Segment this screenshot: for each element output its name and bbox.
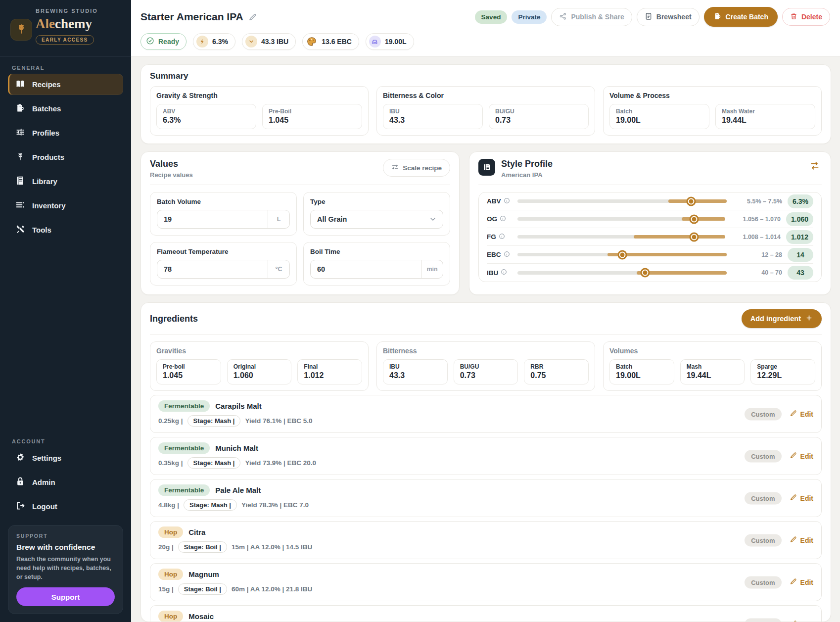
sidebar-item-products[interactable]: Products [8,146,123,168]
page-title: Starter American IPA [140,11,243,23]
brand-name-rest: chemy [55,16,92,31]
slider-handle[interactable] [641,268,650,278]
edit-ingredient-button[interactable]: Edit [790,452,813,461]
field-label: Boil Time [310,248,443,255]
batch-volume-input[interactable] [157,210,268,228]
sidebar-item-logout[interactable]: Logout [8,496,123,517]
slider-track[interactable] [517,217,725,221]
info-icon[interactable] [504,251,510,259]
slider-track[interactable] [517,235,725,239]
create-batch-label: Create Batch [726,13,768,21]
stat-value: 43.3 [389,116,476,125]
scale-recipe-button[interactable]: Scale recipe [383,159,450,177]
slider-range: 1.008 – 1.014 [729,234,781,240]
sidebar-item-label: Logout [32,502,57,511]
info-icon[interactable] [504,197,510,205]
type-select[interactable]: All Grain [310,210,443,229]
ingredient-name: Munich Malt [215,444,258,452]
slider-handle[interactable] [617,250,627,259]
stat-value: 1.045 [269,116,356,125]
delete-button[interactable]: Delete [782,8,830,26]
ingredients-card: Ingredients Add ingredient Gravities Pre… [140,302,831,622]
add-ingredient-button[interactable]: Add ingredient [742,309,822,328]
type-badge: Hop [158,526,183,538]
ingredient-details: 15m | AA 12.0% | 14.5 IBU [232,543,312,551]
stat-ibu: IBU43.3 [383,104,483,129]
stat-label: IBU [389,363,441,370]
stats-bitterness: Bitterness IBU43.3 BU/GU0.73 RBR0.75 [376,341,595,391]
edit-ingredient-button[interactable]: Edit [790,410,813,419]
boil-time-input[interactable] [311,260,421,278]
type-badge: Fermentable [158,400,210,412]
stat-label: Batch [616,363,668,370]
sidebar-item-label: Recipes [32,80,61,89]
edit-ingredient-button[interactable]: Edit [790,494,813,503]
slider-value-badge: 1.060 [786,212,813,226]
stat-bugu: BU/GU0.73 [454,359,518,384]
pencil-icon [790,452,797,461]
support-button[interactable]: Support [16,587,115,606]
support-card: SUPPORT Brew with confidence Reach the c… [8,525,123,614]
brewsheet-button[interactable]: Brewsheet [637,8,700,26]
slider-handle[interactable] [687,196,696,206]
info-icon[interactable] [500,215,506,223]
edit-title-pencil-icon[interactable] [248,13,257,21]
sidebar-item-batches[interactable]: Batches [8,98,123,119]
style-profile-title: Style Profile [501,159,553,169]
slider-track[interactable] [517,271,727,275]
sidebar-item-library[interactable]: Library [8,171,123,192]
sidebar-item-label: Products [32,153,64,161]
stat-value: 43.3 [389,371,441,380]
info-icon[interactable] [499,233,505,241]
ingredient-name: Carapils Malt [215,402,261,410]
sidebar-item-label: Settings [32,454,61,462]
summary-groups: Gravity & Strength ABV6.3% Pre-Boil1.045… [150,86,822,136]
list-icon [15,200,25,211]
slider-handle[interactable] [689,214,699,224]
values-card: Values Recipe values Scale recipe Batch … [140,151,460,295]
slider-track[interactable] [517,199,727,203]
stat-value: 1.060 [233,371,285,380]
create-batch-button[interactable]: Create Batch [704,7,778,27]
sidebar-item-settings[interactable]: Settings [8,447,123,469]
slider-row-ebc: EBC 12 – 28 14 [487,246,813,264]
info-icon[interactable] [501,269,507,277]
ingredient-amount: 15g | [158,585,174,593]
stat-mash: Mash19.44L [680,359,745,384]
stat-batch: Batch19.00L [609,104,709,129]
flameout-temp-input[interactable] [157,260,268,278]
ingredient-row: HopMosaic 25g |Stage: Boil |5m | AA 11.5… [150,605,822,622]
publish-share-button[interactable]: Publish & Share [551,8,632,26]
sidebar-item-recipes[interactable]: Recipes [8,74,123,95]
ingredient-row: HopMagnum 15g |Stage: Boil |60m | AA 12.… [150,563,822,601]
stat-batch: Batch19.00L [609,359,674,384]
swap-style-icon[interactable] [808,159,822,173]
beer-mug-icon [713,12,722,22]
edit-label: Edit [800,536,813,544]
sidebar-item-inventory[interactable]: Inventory [8,195,123,216]
ingredient-name: Citra [188,528,205,536]
ready-status-pill: Ready [140,33,187,50]
slider-label: EBC [487,251,501,258]
slider-range: 5.5% – 7.5% [731,198,782,205]
sidebar-item-admin[interactable]: Admin [8,472,123,493]
tools-icon [15,224,25,236]
delete-label: Delete [801,13,822,21]
slider-track[interactable] [517,253,727,256]
ingredient-amount: 4.8kg | [158,501,179,509]
wheat-icon [15,23,27,37]
custom-badge: Custom [745,576,781,588]
sidebar-item-tools[interactable]: Tools [8,219,123,240]
sidebar-item-profiles[interactable]: Profiles [8,122,123,144]
field-flameout-temp: Flameout Temperature °C [150,242,297,286]
main-content: Starter American IPA Saved Private Publi… [131,0,840,622]
edit-ingredient-button[interactable]: Edit [790,536,813,545]
slider-handle[interactable] [689,232,699,241]
edit-ingredient-button[interactable]: Edit [790,578,813,587]
document-icon [645,12,653,22]
edit-ingredient-button[interactable]: Edit [790,620,813,622]
type-badge: Fermentable [158,484,210,496]
field-label: Flameout Temperature [157,248,290,255]
stat-label: Mash [687,363,739,370]
stat-value: 19.44L [687,371,739,380]
